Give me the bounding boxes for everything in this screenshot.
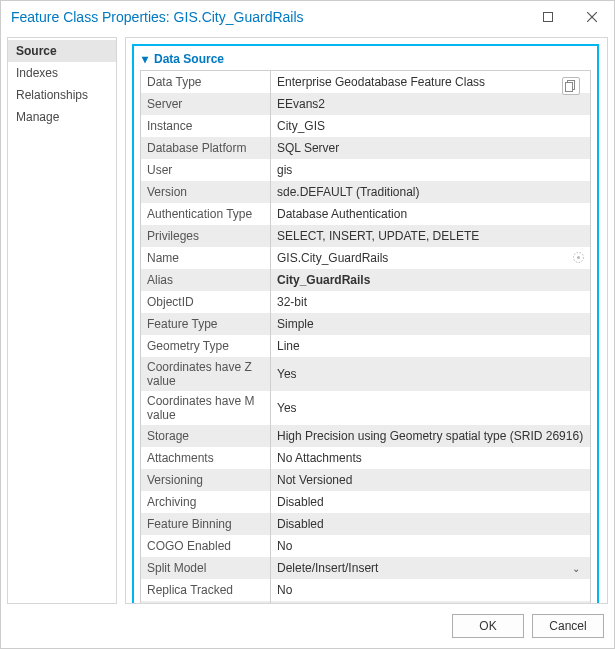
sidebar-item-manage[interactable]: Manage: [8, 106, 116, 128]
property-label: Feature Binning: [141, 513, 271, 535]
table-row: Coordinates have Z valueYes: [141, 357, 590, 391]
table-row: InstanceCity_GIS: [141, 115, 590, 137]
property-label: Replica Tracked: [141, 579, 271, 601]
table-row: Minimum Client Version2.6 / 10.8.1: [141, 601, 590, 604]
table-row: VersioningNot Versioned: [141, 469, 590, 491]
table-row: Geometry TypeLine: [141, 335, 590, 357]
table-row: Coordinates have M valueYes: [141, 391, 590, 425]
property-value: Not Versioned: [271, 469, 590, 491]
property-value: No: [271, 535, 590, 557]
sidebar: SourceIndexesRelationshipsManage: [7, 37, 117, 604]
svg-point-6: [577, 256, 580, 259]
property-value: Database Authentication: [271, 203, 590, 225]
property-value: Disabled: [271, 491, 590, 513]
cancel-button[interactable]: Cancel: [532, 614, 604, 638]
main-area: SourceIndexesRelationshipsManage ▾ Data …: [1, 33, 614, 608]
property-value: 2.6 / 10.8.1: [271, 601, 590, 604]
sidebar-item-source[interactable]: Source: [8, 40, 116, 62]
table-row: Replica TrackedNo: [141, 579, 590, 601]
property-label: Privileges: [141, 225, 271, 247]
property-value: City_GIS: [271, 115, 590, 137]
sidebar-item-indexes[interactable]: Indexes: [8, 62, 116, 84]
close-icon[interactable]: [570, 1, 614, 33]
table-row: StorageHigh Precision using Geometry spa…: [141, 425, 590, 447]
locate-icon[interactable]: [570, 249, 586, 265]
property-label: Name: [141, 247, 271, 269]
property-value: GIS.City_GuardRails: [271, 247, 590, 269]
table-row: Database PlatformSQL Server: [141, 137, 590, 159]
property-value: gis: [271, 159, 590, 181]
property-value: SELECT, INSERT, UPDATE, DELETE: [271, 225, 590, 247]
property-label: Versioning: [141, 469, 271, 491]
table-row: Usergis: [141, 159, 590, 181]
dialog-footer: OK Cancel: [1, 608, 614, 644]
data-source-section: ▾ Data Source Data TypeEnterprise Geodat…: [132, 44, 599, 604]
property-value: City_GuardRails: [271, 269, 590, 291]
property-label: Coordinates have M value: [141, 391, 271, 425]
property-label: Authentication Type: [141, 203, 271, 225]
property-label: Minimum Client Version: [141, 601, 271, 604]
property-value: No Attachments: [271, 447, 590, 469]
chevron-down-icon: ▾: [140, 52, 150, 66]
property-label: Archiving: [141, 491, 271, 513]
content-panel: ▾ Data Source Data TypeEnterprise Geodat…: [125, 37, 608, 604]
property-value: 32-bit: [271, 291, 590, 313]
table-row: Feature TypeSimple: [141, 313, 590, 335]
table-row: Data TypeEnterprise Geodatabase Feature …: [141, 71, 590, 93]
table-row: ArchivingDisabled: [141, 491, 590, 513]
property-label: Geometry Type: [141, 335, 271, 357]
chevron-down-icon: ⌄: [572, 563, 580, 574]
svg-rect-0: [544, 13, 553, 22]
property-label: Server: [141, 93, 271, 115]
ok-button[interactable]: OK: [452, 614, 524, 638]
section-title: Data Source: [154, 52, 224, 66]
table-row: ObjectID32-bit: [141, 291, 590, 313]
property-label: Coordinates have Z value: [141, 357, 271, 391]
property-label: User: [141, 159, 271, 181]
table-row: NameGIS.City_GuardRails: [141, 247, 590, 269]
section-header-data-source[interactable]: ▾ Data Source: [140, 50, 591, 70]
window-title: Feature Class Properties: GIS.City_Guard…: [11, 9, 526, 25]
maximize-icon[interactable]: [526, 1, 570, 33]
table-row: PrivilegesSELECT, INSERT, UPDATE, DELETE: [141, 225, 590, 247]
property-value: SQL Server: [271, 137, 590, 159]
property-label: Split Model: [141, 557, 271, 579]
property-value: EEvans2: [271, 93, 590, 115]
sidebar-item-relationships[interactable]: Relationships: [8, 84, 116, 106]
property-label: Alias: [141, 269, 271, 291]
property-label: Storage: [141, 425, 271, 447]
table-row: COGO EnabledNo: [141, 535, 590, 557]
table-row: Split ModelDelete/Insert/Insert⌄: [141, 557, 590, 579]
property-value[interactable]: Delete/Insert/Insert⌄: [271, 557, 590, 579]
property-value: High Precision using Geometry spatial ty…: [271, 425, 590, 447]
table-row: ServerEEvans2: [141, 93, 590, 115]
property-label: Attachments: [141, 447, 271, 469]
table-row: AttachmentsNo Attachments: [141, 447, 590, 469]
property-value: Line: [271, 335, 590, 357]
property-label: Data Type: [141, 71, 271, 93]
properties-table: Data TypeEnterprise Geodatabase Feature …: [140, 70, 591, 604]
property-value: Yes: [271, 391, 590, 425]
property-value: No: [271, 579, 590, 601]
property-value: Yes: [271, 357, 590, 391]
table-row: AliasCity_GuardRails: [141, 269, 590, 291]
property-value: sde.DEFAULT (Traditional): [271, 181, 590, 203]
table-row: Feature BinningDisabled: [141, 513, 590, 535]
property-label: Version: [141, 181, 271, 203]
property-value: Enterprise Geodatabase Feature Class: [271, 71, 590, 93]
property-label: Database Platform: [141, 137, 271, 159]
property-label: Instance: [141, 115, 271, 137]
titlebar: Feature Class Properties: GIS.City_Guard…: [1, 1, 614, 33]
property-value: Simple: [271, 313, 590, 335]
property-value: Disabled: [271, 513, 590, 535]
table-row: Authentication TypeDatabase Authenticati…: [141, 203, 590, 225]
property-label: Feature Type: [141, 313, 271, 335]
property-label: ObjectID: [141, 291, 271, 313]
table-row: Versionsde.DEFAULT (Traditional): [141, 181, 590, 203]
property-label: COGO Enabled: [141, 535, 271, 557]
